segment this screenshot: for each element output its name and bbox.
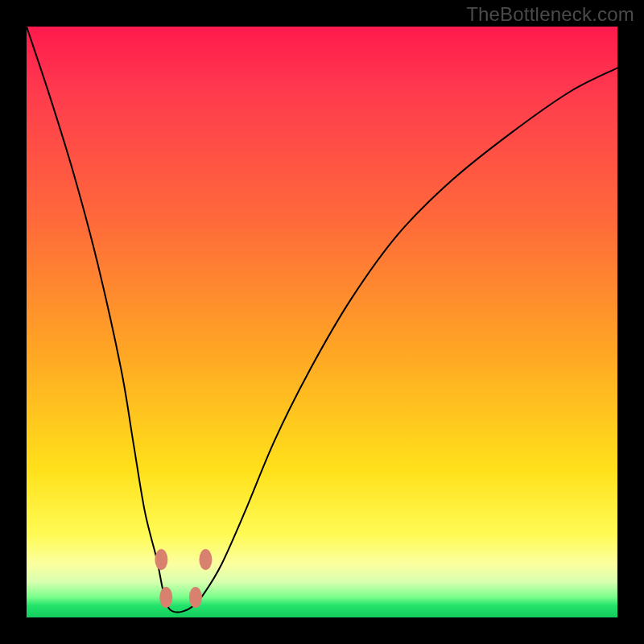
- curve-layer: [27, 27, 617, 617]
- bottleneck-curve: [27, 27, 617, 613]
- right-dot-upper: [199, 549, 212, 570]
- plot-area: [27, 27, 617, 617]
- right-dot-lower: [189, 587, 202, 608]
- watermark-text: TheBottleneck.com: [466, 3, 634, 26]
- chart-frame: TheBottleneck.com: [0, 0, 644, 644]
- left-dot-lower: [159, 587, 172, 608]
- left-dot-upper: [155, 549, 167, 570]
